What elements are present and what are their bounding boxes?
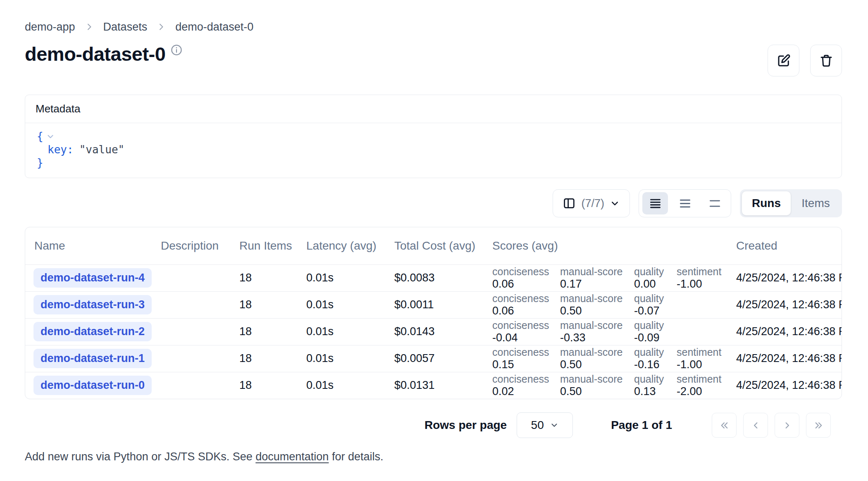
score-value: 0.50 bbox=[560, 385, 634, 398]
score-value: 0.00 bbox=[634, 278, 677, 291]
runs-table-card: Name Description Run Items Latency (avg)… bbox=[25, 227, 842, 399]
info-icon[interactable] bbox=[170, 44, 183, 56]
run-name-cell: demo-dataset-run-1 bbox=[25, 345, 161, 372]
delete-dataset-button[interactable] bbox=[810, 45, 842, 76]
description-cell bbox=[161, 345, 239, 372]
edit-dataset-button[interactable] bbox=[768, 45, 799, 76]
scores-group: conciseness0.15manual-score0.50quality-0… bbox=[492, 346, 736, 371]
first-page-button[interactable] bbox=[712, 413, 737, 438]
run-name-link[interactable]: demo-dataset-run-4 bbox=[33, 268, 152, 288]
run-name-link[interactable]: demo-dataset-run-0 bbox=[33, 376, 152, 395]
table-toolbar: (7/7) Runs Items bbox=[25, 189, 842, 217]
score-value: -0.04 bbox=[492, 331, 560, 344]
tab-items[interactable]: Items bbox=[792, 191, 840, 215]
description-cell bbox=[161, 264, 239, 291]
view-tabs: Runs Items bbox=[740, 189, 842, 217]
runs-table-body: demo-dataset-run-4180.01s$0.0083concisen… bbox=[25, 264, 842, 399]
score-value: 0.13 bbox=[634, 385, 677, 398]
breadcrumb-item-datasets[interactable]: Datasets bbox=[103, 21, 148, 33]
rows-per-page-select[interactable]: 50 bbox=[517, 412, 573, 438]
table-row: demo-dataset-run-0180.01s$0.0131concisen… bbox=[25, 372, 842, 399]
score-conciseness: conciseness0.06 bbox=[492, 293, 560, 317]
row-height-medium-button[interactable] bbox=[672, 192, 698, 214]
total-cost-cell: $0.0057 bbox=[394, 345, 492, 372]
run-items-cell: 18 bbox=[239, 291, 306, 318]
latency-cell: 0.01s bbox=[306, 372, 394, 399]
metadata-card: Metadata { key: "value" } bbox=[25, 95, 842, 178]
column-header-run-items: Run Items bbox=[239, 227, 306, 264]
score-value: 0.06 bbox=[492, 278, 560, 291]
row-height-toggle-group bbox=[639, 189, 731, 217]
table-row: demo-dataset-run-1180.01s$0.0057concisen… bbox=[25, 345, 842, 372]
run-items-cell: 18 bbox=[239, 372, 306, 399]
chevron-down-icon bbox=[550, 421, 559, 430]
page-header: demo-dataset-0 bbox=[25, 42, 842, 76]
score-value: 0.50 bbox=[560, 305, 634, 317]
run-name-link[interactable]: demo-dataset-run-1 bbox=[33, 349, 152, 368]
score-manual-score: manual-score0.50 bbox=[560, 373, 634, 398]
score-quality: quality-0.07 bbox=[634, 293, 677, 317]
column-header-total-cost: Total Cost (avg) bbox=[394, 227, 492, 264]
rows-medium-icon bbox=[679, 197, 692, 210]
score-label: manual-score bbox=[560, 346, 634, 358]
score-label: sentiment bbox=[677, 373, 735, 385]
column-header-description: Description bbox=[161, 227, 239, 264]
last-page-button[interactable] bbox=[806, 413, 831, 438]
score-value: -0.33 bbox=[560, 331, 634, 344]
total-cost-cell: $0.0131 bbox=[394, 372, 492, 399]
runs-table: Name Description Run Items Latency (avg)… bbox=[25, 227, 842, 399]
breadcrumb-item-current: demo-dataset-0 bbox=[175, 21, 253, 33]
scores-group: conciseness0.02manual-score0.50quality0.… bbox=[492, 373, 736, 398]
latency-cell: 0.01s bbox=[306, 291, 394, 318]
score-label: quality bbox=[634, 266, 677, 278]
json-close-brace: } bbox=[37, 156, 43, 169]
breadcrumb-item-project[interactable]: demo-app bbox=[25, 21, 75, 33]
prev-page-button[interactable] bbox=[743, 413, 768, 438]
dataset-detail-page: demo-app Datasets demo-dataset-0 demo-da… bbox=[0, 0, 868, 463]
score-quality: quality0.13 bbox=[634, 373, 677, 398]
run-name-link[interactable]: demo-dataset-run-2 bbox=[33, 322, 152, 341]
column-visibility-button[interactable]: (7/7) bbox=[553, 189, 630, 217]
score-conciseness: conciseness0.15 bbox=[492, 346, 560, 371]
score-value: -1.00 bbox=[677, 358, 735, 371]
score-quality: quality0.00 bbox=[634, 266, 677, 291]
row-height-large-button[interactable] bbox=[702, 192, 727, 214]
next-page-button[interactable] bbox=[775, 413, 799, 438]
score-manual-score: manual-score-0.33 bbox=[560, 319, 634, 344]
json-collapse-chevron-icon[interactable] bbox=[46, 132, 55, 141]
score-label: manual-score bbox=[560, 266, 634, 278]
score-sentiment: sentiment-1.00 bbox=[677, 346, 735, 371]
score-sentiment: sentiment-1.00 bbox=[677, 266, 735, 291]
chevron-right-icon bbox=[782, 420, 793, 431]
tab-runs[interactable]: Runs bbox=[742, 191, 791, 215]
pagination-bar: Rows per page 50 Page 1 of 1 bbox=[25, 412, 842, 438]
description-cell bbox=[161, 318, 239, 345]
description-cell bbox=[161, 372, 239, 399]
score-label: manual-score bbox=[560, 319, 634, 331]
row-height-small-button[interactable] bbox=[642, 192, 668, 214]
score-label: quality bbox=[634, 373, 677, 385]
header-actions bbox=[768, 45, 842, 76]
score-value: 0.17 bbox=[560, 278, 634, 291]
table-row: demo-dataset-run-3180.01s$0.0011concisen… bbox=[25, 291, 842, 318]
score-sentiment: sentiment-2.00 bbox=[677, 373, 735, 398]
score-conciseness: conciseness0.02 bbox=[492, 373, 560, 398]
rows-loose-icon bbox=[708, 197, 721, 210]
table-row: demo-dataset-run-2180.01s$0.0143concisen… bbox=[25, 318, 842, 345]
pager-buttons bbox=[712, 413, 831, 438]
score-value: -0.16 bbox=[634, 358, 677, 371]
run-name-link[interactable]: demo-dataset-run-3 bbox=[33, 295, 152, 314]
score-label: sentiment bbox=[677, 346, 735, 358]
score-label: quality bbox=[634, 346, 677, 358]
run-name-cell: demo-dataset-run-2 bbox=[25, 318, 161, 345]
documentation-link[interactable]: documentation bbox=[255, 450, 329, 463]
score-label: quality bbox=[634, 319, 677, 331]
score-label: quality bbox=[634, 293, 677, 305]
score-manual-score: manual-score0.17 bbox=[560, 266, 634, 291]
breadcrumb: demo-app Datasets demo-dataset-0 bbox=[25, 18, 842, 36]
score-value: 0.50 bbox=[560, 358, 634, 371]
edit-icon bbox=[776, 53, 791, 68]
score-manual-score: manual-score0.50 bbox=[560, 346, 634, 371]
score-label: manual-score bbox=[560, 373, 634, 385]
rows-per-page-label: Rows per page bbox=[424, 419, 507, 432]
